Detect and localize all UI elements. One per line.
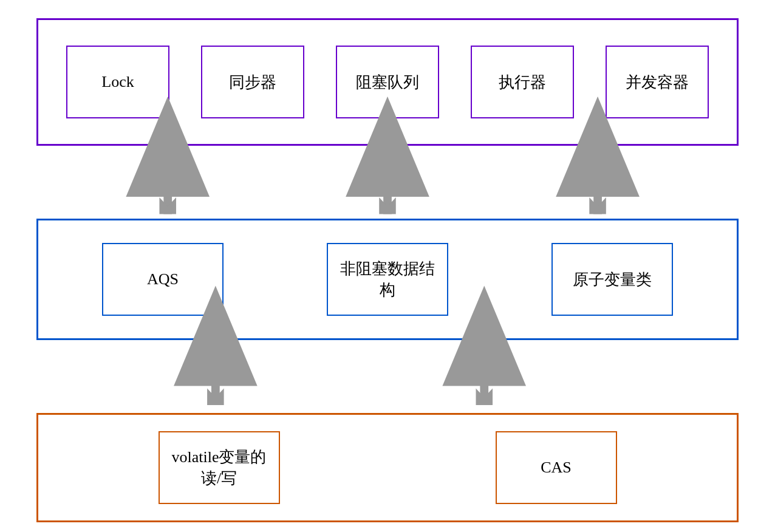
layer-top: Lock 同步器 阻塞队列 执行器 并发容器 <box>36 18 739 146</box>
arrow-volatile-tail <box>207 389 224 406</box>
box-executor: 执行器 <box>471 46 574 118</box>
box-lock: Lock <box>66 46 169 118</box>
box-volatile: volatile变量的读/写 <box>159 431 280 504</box>
box-aqs: AQS <box>102 243 224 316</box>
diagram: Lock 同步器 阻塞队列 执行器 并发容器 AQS 非阻塞数据结构 <box>36 18 739 514</box>
arrow-atomic-tail <box>589 197 606 214</box>
box-nonblocking-ds: 非阻塞数据结构 <box>327 243 448 316</box>
layer-bot: volatile变量的读/写 CAS <box>36 413 739 522</box>
box-atomic: 原子变量类 <box>551 243 673 316</box>
box-synchronizer: 同步器 <box>201 46 304 118</box>
box-blocking-queue: 阻塞队列 <box>336 46 439 118</box>
layer-mid: AQS 非阻塞数据结构 原子变量类 <box>36 219 739 340</box>
arrow-aqs-tail <box>159 197 176 214</box>
arrow-nonblocking-tail <box>379 197 396 214</box>
arrow-cas-tail <box>476 389 493 406</box>
box-cas: CAS <box>496 431 617 504</box>
box-concurrent-container: 并发容器 <box>606 46 709 118</box>
